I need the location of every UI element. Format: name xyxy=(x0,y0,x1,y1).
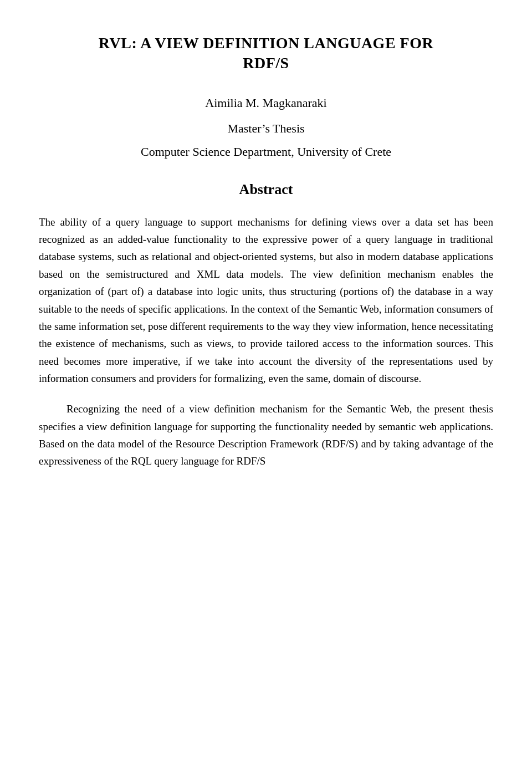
abstract-paragraph-2: Recognizing the need of a view definitio… xyxy=(39,400,493,470)
page-container: RVL: A VIEW DEFINITION LANGUAGE FOR RDF/… xyxy=(39,33,493,470)
institution: Computer Science Department, University … xyxy=(39,145,493,159)
page-title: RVL: A VIEW DEFINITION LANGUAGE FOR RDF/… xyxy=(39,33,493,74)
abstract-paragraph-1: The ability of a query language to suppo… xyxy=(39,213,493,387)
author-name: Aimilia M. Magkanaraki xyxy=(39,96,493,110)
thesis-type: Master’s Thesis xyxy=(39,121,493,136)
abstract-heading: Abstract xyxy=(39,181,493,198)
